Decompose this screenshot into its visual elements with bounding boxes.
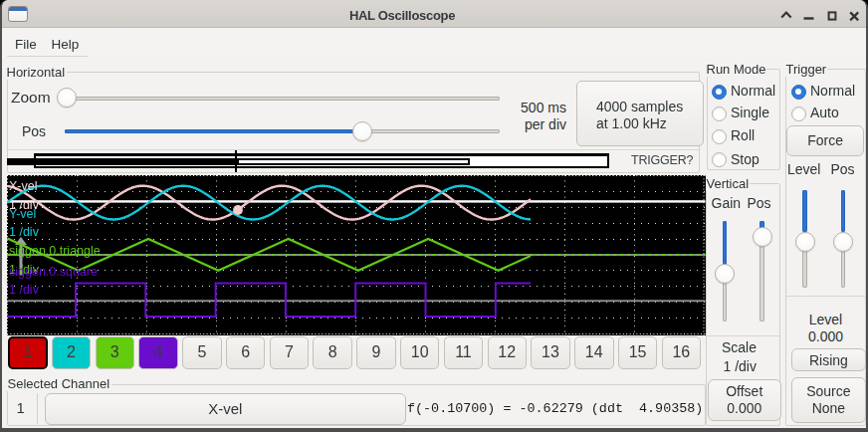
- svg-text:siggen.0.square: siggen.0.square: [9, 265, 98, 279]
- svg-text:1 /div: 1 /div: [9, 283, 40, 297]
- svg-text:X-vel: X-vel: [9, 179, 37, 193]
- svg-text:siggen.0.triangle: siggen.0.triangle: [9, 244, 101, 258]
- svg-text:1 /div: 1 /div: [9, 225, 40, 239]
- svg-text:Y-vel: Y-vel: [9, 207, 36, 221]
